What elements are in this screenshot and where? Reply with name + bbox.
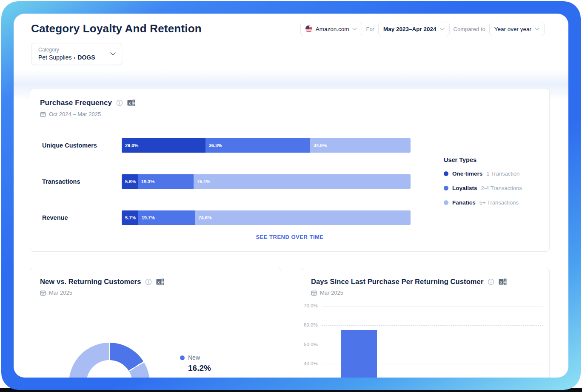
dashboard-window: Category Loyalty And Retention: [14, 14, 568, 378]
legend-name: Loyalists: [452, 185, 477, 191]
svg-text:x: x: [500, 279, 503, 284]
for-label: For: [366, 26, 374, 32]
page-title: Category Loyalty And Retention: [31, 22, 202, 35]
donut-hole: [86, 360, 132, 378]
card-header-divider: [30, 124, 549, 124]
bar-segment-loyalists: 19.7%: [138, 210, 195, 225]
segment-value: 19.7%: [142, 215, 155, 220]
bar-row-revenue: Revenue 5.7% 19.7% 74.6%: [30, 210, 549, 225]
excel-export-icon[interactable]: x: [156, 278, 164, 286]
bar-row-label: Transactions: [42, 178, 80, 185]
see-trend-over-time-link[interactable]: SEE TREND OVER TIME: [30, 234, 549, 240]
purchase-frequency-header: Purchase Frequency x: [40, 99, 541, 117]
segment-value: 5.6%: [125, 179, 136, 184]
gridline: [322, 306, 543, 307]
legend-item-fanatics: Fanatics 5+ Transactions: [444, 199, 546, 206]
user-types-legend: User Types One-timers 1 Transaction Loya…: [444, 156, 546, 206]
y-axis-tick-label: 40.0%: [304, 361, 318, 366]
bar-segment-fanatics: 75.1%: [194, 174, 411, 189]
new-vs-returning-donut-chart: [69, 343, 150, 378]
days-since-header: Days Since Last Purchase Per Returning C…: [311, 278, 541, 296]
segment-value: 74.6%: [198, 215, 211, 220]
days-since-date: Mar 2025: [320, 290, 343, 296]
y-axis-tick-label: 60.0%: [304, 322, 318, 327]
purchase-frequency-date-range: Oct 2024 – Mar 2025: [49, 111, 101, 117]
excel-export-icon[interactable]: x: [499, 278, 507, 286]
segment-value: 34.8%: [314, 143, 327, 148]
returning-customer-bar: [341, 330, 377, 378]
bar-segment-loyalists: 36.3%: [205, 138, 310, 153]
y-axis-tick-label: 70.0%: [304, 303, 318, 308]
legend-dot: [444, 186, 448, 190]
y-axis-tick-label: 50.0%: [304, 342, 318, 347]
bar-row-label: Unique Customers: [42, 142, 97, 149]
new-vs-returning-header: New vs. Returning Customers x: [40, 278, 272, 296]
legend-dot: [180, 355, 185, 360]
category-picker-label: Category: [38, 47, 59, 53]
comparison-dropdown-value: Year over year: [494, 26, 531, 32]
chevron-down-icon: [535, 28, 539, 31]
new-legend: New 16.2%: [180, 354, 211, 373]
new-vs-returning-card: New vs. Returning Customers x: [30, 268, 281, 378]
period-dropdown[interactable]: May 2023–Apr 2024: [378, 22, 450, 36]
bar-segment-one-timers: 5.7%: [122, 210, 138, 225]
excel-export-icon[interactable]: x: [127, 99, 135, 107]
legend-desc: 5+ Transactions: [479, 199, 519, 206]
segment-value: 5.7%: [125, 215, 136, 220]
chevron-down-icon: [440, 28, 445, 31]
segment-value: 75.1%: [197, 179, 210, 184]
stacked-bar: 29.0% 36.3% 34.8%: [122, 138, 411, 153]
svg-text:x: x: [158, 279, 160, 284]
days-since-title: Days Since Last Purchase Per Returning C…: [311, 278, 483, 286]
top-filter-bar: Amazon.com For May 2023–Apr 2024 Compare…: [300, 22, 545, 36]
bar-segment-fanatics: 74.6%: [195, 210, 411, 225]
legend-dot: [444, 171, 448, 176]
bar-segment-one-timers: 29.0%: [122, 138, 205, 153]
category-root: Pet Supplies: [38, 54, 72, 61]
gridline: [322, 325, 543, 326]
legend-title: User Types: [444, 156, 546, 163]
bar-segment-one-timers: 5.6%: [122, 174, 138, 189]
bar-row-label: Revenue: [42, 214, 68, 221]
legend-item-one-timers: One-timers 1 Transaction: [444, 170, 546, 177]
bar-segment-fanatics: 34.8%: [310, 138, 411, 153]
legend-item-loyalists: Loyalists 2-4 Transactions: [444, 185, 546, 191]
segment-value: 19.3%: [141, 179, 154, 184]
purchase-frequency-card: Purchase Frequency x: [30, 89, 550, 252]
bar-row-unique-customers: Unique Customers 29.0% 36.3% 34.8%: [30, 138, 549, 153]
legend-name: New: [188, 354, 200, 361]
calendar-icon: [311, 290, 317, 296]
category-separator: ›: [74, 55, 76, 60]
category-picker-value: Pet Supplies›DOGS: [38, 54, 95, 61]
info-icon[interactable]: [116, 99, 123, 106]
compared-to-label: Compared to: [454, 26, 485, 32]
days-since-bar-chart: 70.0%60.0%50.0%40.0%: [301, 302, 549, 378]
stacked-bar: 5.6% 19.3% 75.1%: [122, 174, 411, 189]
new-percentage-value: 16.2%: [188, 364, 211, 373]
comparison-dropdown[interactable]: Year over year: [489, 22, 545, 36]
segment-value: 36.3%: [209, 143, 222, 148]
legend-desc: 2-4 Transactions: [481, 185, 522, 191]
legend-desc: 1 Transaction: [486, 170, 519, 177]
calendar-icon: [40, 111, 46, 117]
bar-segment-loyalists: 19.3%: [138, 174, 194, 189]
card-header-divider: [30, 302, 281, 302]
chevron-down-icon: [110, 52, 116, 56]
legend-dot: [444, 200, 448, 205]
info-icon[interactable]: [488, 278, 494, 285]
legend-name: One-timers: [452, 170, 482, 177]
info-icon[interactable]: [145, 278, 152, 285]
site-dropdown[interactable]: Amazon.com: [300, 22, 362, 36]
category-picker[interactable]: Category Pet Supplies›DOGS: [31, 43, 122, 65]
svg-text:x: x: [128, 101, 131, 105]
segment-value: 29.0%: [125, 143, 138, 148]
days-since-last-purchase-card: Days Since Last Purchase Per Returning C…: [301, 268, 550, 378]
category-leaf: DOGS: [77, 54, 95, 61]
legend-name: Fanatics: [452, 199, 476, 206]
stacked-bar: 5.7% 19.7% 74.6%: [122, 210, 411, 225]
chevron-down-icon: [352, 28, 357, 31]
new-vs-returning-title: New vs. Returning Customers: [40, 278, 141, 286]
purchase-frequency-title: Purchase Frequency: [40, 99, 112, 107]
period-dropdown-value: May 2023–Apr 2024: [383, 26, 436, 32]
new-vs-returning-date: Mar 2025: [49, 290, 72, 296]
